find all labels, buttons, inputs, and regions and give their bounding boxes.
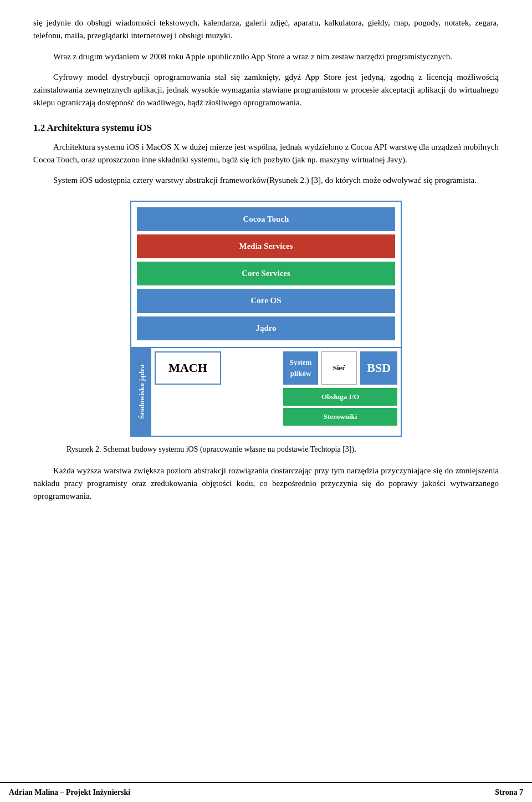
section-paragraph-2: System iOS udostępnia cztery warstwy abs… <box>33 174 499 187</box>
footer-right: Strona 7 <box>495 786 523 799</box>
layer-jadro: Jądro <box>137 316 395 340</box>
sidebar-label: Środowisko jądra <box>131 348 151 436</box>
section-heading: 1.2 Architektura systemu iOS <box>33 121 499 135</box>
bsd-box: BSD <box>360 351 397 385</box>
bottom-section: Środowisko jądra MACH System plików <box>131 347 401 436</box>
bottom-right-row: Obsługa I/O Sterowniki <box>283 388 397 426</box>
layer-media-services: Media Services <box>137 234 395 258</box>
footer: Adrian Malina – Projekt Inżynierski Stro… <box>0 782 532 802</box>
section-paragraph-2-text: System iOS udostępnia cztery warstwy abs… <box>53 176 477 185</box>
section-paragraph-3-text: Każda wyższa warstwa zwiększa poziom abs… <box>33 466 499 501</box>
section-paragraph-1-text: Architektura systemu iOS i MacOS X w duż… <box>33 142 499 164</box>
ios-architecture-diagram: Cocoa Touch Media Services Core Services… <box>130 201 402 437</box>
paragraph-3-text: Cyfrowy model dystrybucji oprogramowania… <box>33 73 499 108</box>
system-plikow-box: System plików <box>283 351 318 385</box>
figure-container: Cocoa Touch Media Services Core Services… <box>33 201 499 437</box>
layer-stack: Cocoa Touch Media Services Core Services… <box>131 202 401 344</box>
page: się jedynie do obsługi wiadomości teksto… <box>0 0 532 802</box>
obsluga-io-box: Obsługa I/O <box>283 388 397 406</box>
siec-box: Sieć <box>321 351 357 385</box>
paragraph-2: Wraz z drugim wydaniem w 2008 roku Apple… <box>33 50 499 63</box>
top-right-row: System plików Sieć BSD <box>283 351 397 385</box>
paragraph-1: się jedynie do obsługi wiadomości teksto… <box>33 17 499 43</box>
right-column: System plików Sieć BSD <box>283 351 397 432</box>
figure-caption: Rysunek 2. Schemat budowy systemu iOS (o… <box>33 443 499 456</box>
bottom-content: MACH System plików Sieć <box>151 348 401 436</box>
footer-left: Adrian Malina – Projekt Inżynierski <box>9 786 130 799</box>
layer-core-os: Core OS <box>137 289 395 313</box>
sterowniki-box: Sterowniki <box>283 408 397 426</box>
paragraph-1-text: się jedynie do obsługi wiadomości teksto… <box>33 18 499 40</box>
paragraph-3: Cyfrowy model dystrybucji oprogramowania… <box>33 71 499 110</box>
section-paragraph-3: Każda wyższa warstwa zwiększa poziom abs… <box>33 464 499 503</box>
section-paragraph-1: Architektura systemu iOS i MacOS X w duż… <box>33 141 499 167</box>
paragraph-2-text: Wraz z drugim wydaniem w 2008 roku Apple… <box>53 52 452 61</box>
layer-cocoa-touch: Cocoa Touch <box>137 207 395 231</box>
bottom-row1: MACH System plików Sieć <box>155 351 397 432</box>
mach-box: MACH <box>155 351 221 385</box>
layer-core-services: Core Services <box>137 262 395 285</box>
